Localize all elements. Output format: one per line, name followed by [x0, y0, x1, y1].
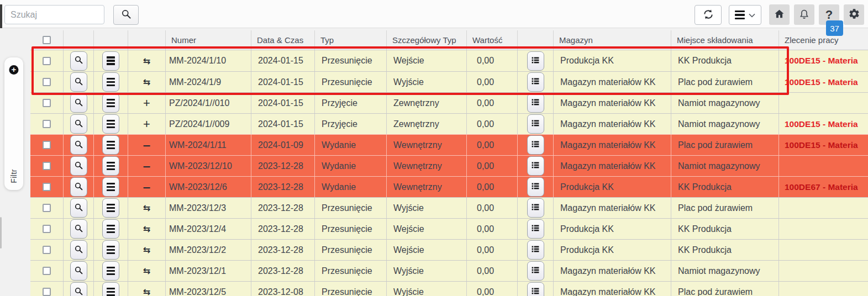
row-view-button[interactable]	[70, 261, 87, 281]
question-mark-icon: ?	[825, 9, 833, 21]
search-icon	[74, 224, 83, 235]
row-menu-button[interactable]	[102, 156, 119, 176]
row-checkbox[interactable]	[43, 78, 51, 86]
row-view-button[interactable]	[70, 93, 87, 113]
row-zlecenie-pracy	[779, 219, 868, 239]
minus-icon: −	[143, 181, 151, 193]
hamburger-icon	[107, 162, 115, 170]
row-view-button[interactable]	[70, 156, 87, 176]
row-view-button[interactable]	[70, 114, 87, 134]
row-wartosc: 0,00	[467, 177, 518, 197]
row-zlecenie-pracy	[779, 261, 868, 281]
row-menu-button[interactable]	[102, 135, 119, 155]
row-checkbox[interactable]	[43, 267, 51, 275]
row-szczegolowy-typ: Wyjście	[387, 72, 467, 92]
row-view-button[interactable]	[70, 135, 87, 155]
add-filter-icon[interactable]: +	[9, 65, 19, 75]
row-magazyn: Magazyn materiałów KK	[554, 135, 671, 155]
notifications-button[interactable]	[794, 4, 814, 25]
row-checkbox[interactable]	[43, 141, 51, 149]
row-view-button[interactable]	[70, 240, 87, 260]
bulk-actions-menu-button[interactable]	[729, 5, 761, 25]
row-checkbox[interactable]	[43, 120, 51, 128]
row-menu-button[interactable]	[102, 198, 119, 218]
row-checkbox[interactable]	[43, 183, 51, 191]
home-button[interactable]	[769, 4, 790, 25]
row-details-button[interactable]	[527, 198, 544, 218]
row-details-button[interactable]	[527, 114, 544, 134]
row-view-button[interactable]	[70, 198, 87, 218]
search-input[interactable]	[4, 5, 104, 24]
row-typ: Przesunięcie	[315, 72, 387, 92]
row-checkbox[interactable]	[43, 288, 51, 296]
row-menu-button[interactable]	[102, 261, 119, 281]
row-details-button[interactable]	[527, 156, 544, 176]
row-menu-button[interactable]	[102, 219, 119, 239]
row-view-button[interactable]	[70, 282, 87, 296]
row-view-button[interactable]	[70, 177, 87, 197]
header-data-czas[interactable]: Data & Czas	[251, 30, 315, 50]
row-view-button[interactable]	[70, 51, 87, 71]
search-icon	[74, 55, 83, 66]
refresh-button[interactable]	[695, 5, 722, 25]
row-menu-button[interactable]	[102, 51, 119, 71]
hamburger-icon	[107, 267, 115, 275]
row-details-button[interactable]	[527, 261, 544, 281]
row-view-button[interactable]	[70, 219, 87, 239]
row-zlecenie-pracy	[779, 240, 868, 260]
row-numer: MM-2023/12/5	[166, 282, 251, 296]
row-menu-button[interactable]	[102, 72, 119, 92]
header-numer[interactable]: Numer	[166, 30, 251, 50]
row-menu-button[interactable]	[102, 240, 119, 260]
hamburger-icon	[107, 288, 115, 296]
row-details-button[interactable]	[527, 72, 544, 92]
row-details-button[interactable]	[527, 135, 544, 155]
row-view-button[interactable]	[70, 72, 87, 92]
header-view-col	[64, 30, 94, 50]
header-zlecenie-pracy[interactable]: Zlecenie pracy	[779, 30, 868, 50]
row-numer: MM-2024/1/9	[166, 72, 251, 92]
scrollbar-thumb[interactable]	[0, 217, 2, 249]
row-wartosc: 0,00	[467, 198, 518, 218]
row-miejsce-skladowania: Plac pod żurawiem	[671, 135, 779, 155]
row-checkbox[interactable]	[43, 225, 51, 233]
row-szczegolowy-typ: Zewnętrzny	[387, 93, 467, 113]
row-menu-button[interactable]	[102, 93, 119, 113]
filter-flyout-tab[interactable]: + Filtr	[4, 57, 23, 190]
header-wartosc[interactable]: Wartość	[467, 30, 518, 50]
row-details-button[interactable]	[527, 282, 544, 296]
select-all-checkbox[interactable]	[43, 36, 51, 44]
header-magazyn[interactable]: Magazyn	[554, 30, 671, 50]
row-miejsce-skladowania: KK Produkcja	[671, 177, 779, 197]
row-zlecenie-pracy	[779, 156, 868, 176]
row-checkbox[interactable]	[43, 246, 51, 254]
row-wartosc: 0,00	[467, 156, 518, 176]
row-menu-button[interactable]	[102, 114, 119, 134]
row-details-button[interactable]	[527, 177, 544, 197]
row-details-button[interactable]	[527, 93, 544, 113]
header-typ[interactable]: Typ	[315, 30, 387, 50]
row-checkbox[interactable]	[43, 204, 51, 212]
row-zlecenie-pracy: 100DE67 - Materia	[779, 177, 868, 197]
row-checkbox[interactable]	[43, 99, 51, 107]
header-szczegolowy-typ[interactable]: Szczegółowy Typ	[387, 30, 467, 50]
table-row: − WM-2023/12/6 2023-12-28 Wydanie Wewnęt…	[30, 176, 868, 197]
row-details-button[interactable]	[527, 219, 544, 239]
row-typ: Przyjęcie	[315, 114, 387, 134]
hamburger-icon	[107, 183, 115, 191]
header-miejsce-skladowania[interactable]: Miejsce składowania	[671, 30, 779, 50]
row-magazyn: Magazyn materiałów KK	[554, 198, 671, 218]
row-szczegolowy-typ: Wejście	[387, 50, 467, 71]
row-checkbox[interactable]	[43, 162, 51, 170]
row-details-button[interactable]	[527, 51, 544, 71]
search-icon	[74, 140, 83, 151]
list-details-icon	[531, 182, 540, 192]
row-checkbox[interactable]	[43, 57, 51, 65]
search-button[interactable]	[113, 5, 139, 25]
row-wartosc: 0,00	[467, 240, 518, 260]
row-menu-button[interactable]	[102, 177, 119, 197]
hamburger-icon	[107, 78, 115, 86]
settings-button[interactable]	[844, 4, 864, 25]
row-menu-button[interactable]	[102, 282, 119, 296]
row-details-button[interactable]	[527, 240, 544, 260]
